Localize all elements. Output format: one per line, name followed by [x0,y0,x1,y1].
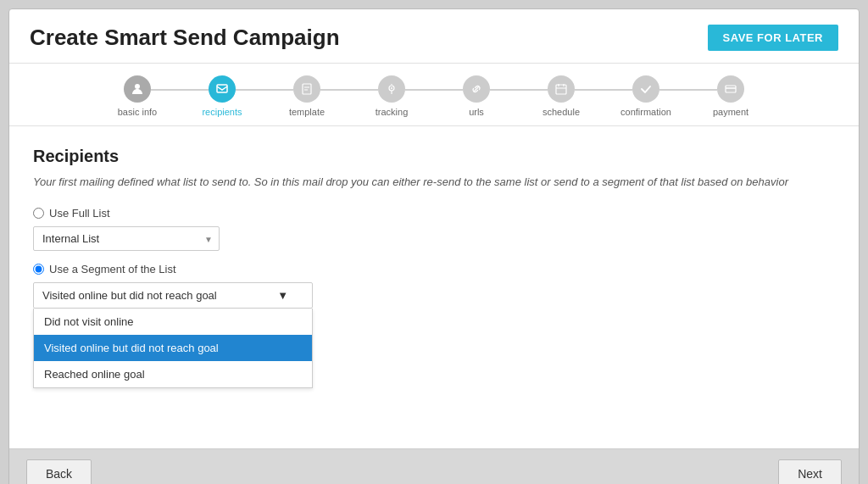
step-template[interactable]: template [264,75,349,117]
svg-rect-7 [556,85,566,94]
step-circle-recipients [209,75,236,103]
segment-dropdown-value: Visited online but did not reach goal [42,289,217,302]
step-label-schedule: schedule [542,107,580,117]
step-label-recipients: recipients [202,107,242,117]
step-circle-payment [717,75,744,103]
main-window: Create Smart Send Campaign SAVE FOR LATE… [8,8,860,484]
section-description: Your first mailing defined what list to … [33,175,835,190]
step-circle-template [293,75,320,103]
svg-rect-1 [217,85,227,92]
step-circle-tracking [378,75,405,103]
dropdown-item-did-not-visit[interactable]: Did not visit online [34,309,312,335]
step-payment[interactable]: payment [688,75,773,117]
segment-dropdown-arrow: ▼ [277,289,288,302]
svg-point-0 [135,84,140,89]
dropdown-item-visited-no-goal[interactable]: Visited online but did not reach goal [34,335,312,361]
svg-rect-2 [303,84,311,94]
section-title: Recipients [33,147,835,166]
dropdown-item-reached-goal[interactable]: Reached online goal [34,361,312,387]
full-list-option: Use Full List [33,207,835,220]
step-confirmation[interactable]: confirmation [604,75,688,117]
save-for-later-button[interactable]: SAVE FOR LATER [708,25,838,51]
step-circle-confirmation [632,75,659,103]
steps-bar: basic info recipients template tracking [9,64,859,126]
step-label-urls: urls [469,107,484,117]
segment-option: Use a Segment of the List [33,263,835,275]
step-urls[interactable]: urls [434,75,519,117]
full-list-select-wrapper: Internal List ▼ [33,226,220,251]
svg-point-6 [391,87,392,89]
full-list-select[interactable]: Internal List [33,226,220,251]
step-schedule[interactable]: schedule [519,75,604,117]
next-button[interactable]: Next [778,459,842,484]
steps-container: basic info recipients template tracking [95,75,773,117]
svg-rect-11 [726,86,736,92]
step-label-basic-info: basic info [118,107,157,117]
full-list-label[interactable]: Use Full List [49,207,110,220]
step-label-confirmation: confirmation [620,107,671,117]
segment-dropdown-display[interactable]: Visited online but did not reach goal ▼ [33,282,313,309]
step-label-template: template [289,107,325,117]
main-content: Recipients Your first mailing defined wh… [9,126,859,448]
footer: Back Next [9,448,859,484]
step-tracking[interactable]: tracking [349,75,434,117]
header: Create Smart Send Campaign SAVE FOR LATE… [9,9,859,64]
back-button[interactable]: Back [26,459,92,484]
segment-dropdown-container: Visited online but did not reach goal ▼ … [33,282,313,309]
step-recipients[interactable]: recipients [180,75,264,117]
step-basic-info[interactable]: basic info [95,75,180,117]
full-list-radio[interactable] [33,208,44,219]
step-circle-urls [463,75,490,103]
step-label-payment: payment [713,107,748,117]
segment-label[interactable]: Use a Segment of the List [49,263,176,275]
step-label-tracking: tracking [376,107,409,117]
step-circle-basic-info [124,75,151,103]
step-circle-schedule [548,75,575,103]
page-title: Create Smart Send Campaign [30,25,340,51]
segment-dropdown-list: Did not visit online Visited online but … [33,309,313,388]
segment-radio[interactable] [33,264,44,275]
